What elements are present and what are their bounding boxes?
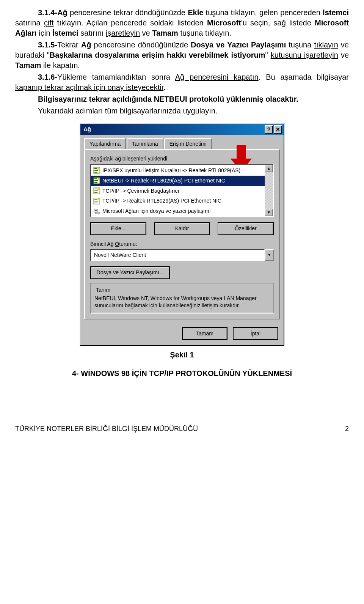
scrollbar[interactable]: ▲ ▼ — [265, 165, 273, 216]
chevron-down-icon: ▼ — [267, 252, 271, 258]
step-number: 3.1.5- — [38, 41, 57, 49]
text: tuşuna tıklayın, gelen pencereden — [203, 8, 323, 17]
text: Ağ — [81, 41, 91, 49]
text: tuşuna — [286, 41, 314, 49]
help-button[interactable]: ? — [265, 125, 273, 134]
fieldset-legend: Tanım — [94, 286, 112, 294]
paragraph-317: Bilgisayarınız tekrar açıldığında NETBEU… — [15, 94, 349, 104]
paragraph-314: 3.1.4-Ağ penceresine tekrar döndüğünüzde… — [15, 8, 349, 38]
text: satırına — [15, 19, 44, 27]
remove-button[interactable]: Kaldır — [154, 222, 210, 235]
dialog-footer: Tamam İptal — [80, 323, 284, 345]
text: tuşuna tıklayın. — [178, 29, 231, 37]
text: için — [37, 29, 52, 37]
text: D — [97, 269, 100, 276]
paragraph-315: 3.1.5-Tekrar Ağ penceresine döndüğünüzde… — [15, 40, 349, 71]
primary-logon-label: Birincil Ağ Oturumu: — [90, 241, 274, 248]
text: Ö — [235, 225, 239, 232]
text: r — [187, 225, 189, 232]
text: Bilgisayarınız tekrar açıldığında NETBEU… — [38, 95, 298, 103]
paragraph-318: Yukarıdaki adımları tüm bilgisayarlarını… — [15, 106, 349, 116]
text: . — [163, 83, 166, 91]
add-button[interactable]: Ekle... — [90, 222, 146, 235]
list-item-label: Microsoft Ağları için dosya ve yazıcı pa… — [102, 208, 211, 215]
text: İstemci — [52, 29, 78, 37]
text: Birincil Ağ — [90, 241, 115, 247]
description-text: NetBEUI, Windows NT, Windows for Workgro… — [94, 295, 270, 309]
cancel-button[interactable]: İptal — [233, 327, 278, 340]
text: zellikler — [239, 225, 257, 232]
components-listbox[interactable]: IPX/SPX uyumlu İletişim Kuralları -> Rea… — [90, 164, 274, 217]
text: penceresine tekrar döndüğünüzde — [67, 8, 188, 17]
ok-button[interactable]: Tamam — [182, 327, 228, 340]
svg-rect-6 — [97, 188, 99, 190]
list-item-label: TCP/IP -> Realtek RTL8029(AS) PCI Ethern… — [102, 197, 221, 204]
titlebar[interactable]: Ağ ? ✕ — [80, 124, 284, 135]
step-number: 3.1.6- — [38, 73, 57, 81]
svg-rect-10 — [96, 212, 99, 214]
svg-rect-2 — [97, 168, 99, 170]
help-icon: ? — [267, 126, 271, 133]
page-footer: TÜRKİYE NOTERLER BİRLİĞİ BİLGİ İŞLEM MÜD… — [15, 424, 349, 433]
text: . Bu aşamada bilgisayar — [259, 73, 349, 81]
text: O — [115, 241, 119, 247]
text: penceresine döndüğünüzde — [91, 41, 191, 49]
text: Tamam — [152, 29, 178, 37]
svg-rect-4 — [97, 178, 99, 180]
text: Dosya ve Yazıcı Paylaşımı — [191, 41, 286, 49]
list-item-label: NetBEUI -> Realtek RTL8029(AS) PCI Ether… — [102, 177, 225, 184]
tab-identification[interactable]: Tanımlama — [127, 138, 163, 149]
scroll-up-button[interactable]: ▲ — [265, 165, 273, 172]
text: turumu: — [119, 241, 137, 247]
svg-rect-8 — [97, 198, 99, 200]
close-icon: ✕ — [276, 126, 280, 133]
close-button[interactable]: ✕ — [274, 125, 282, 134]
titlebar-buttons: ? ✕ — [265, 125, 282, 134]
text: ve — [140, 29, 152, 37]
text: Tamam — [15, 61, 41, 69]
list-item[interactable]: Microsoft Ağları için dosya ve yazıcı pa… — [91, 206, 273, 216]
text: kle... — [115, 225, 126, 232]
list-item[interactable]: TCP/IP -> Realtek RTL8029(AS) PCI Ethern… — [91, 196, 273, 206]
description-fieldset: Tanım NetBEUI, Windows NT, Windows for W… — [90, 283, 274, 314]
list-item[interactable]: TCP/IP -> Çevirmeli Bağdaştırıcı — [91, 186, 273, 196]
text: Tekrar — [57, 41, 81, 49]
protocol-icon — [93, 167, 100, 174]
text: Ekle — [188, 8, 203, 17]
tab-configuration[interactable]: Yapılandırma — [84, 138, 126, 149]
text: " — [265, 51, 271, 59]
file-print-sharing-button[interactable]: Dosya ve Yazıcı Paylaşımı... — [90, 266, 170, 279]
text: çift — [44, 19, 54, 27]
figure-caption: Şekil 1 — [15, 350, 349, 360]
footer-org: TÜRKİYE NOTERLER BİRLİĞİ BİLGİ İŞLEM MÜD… — [15, 424, 198, 433]
text: satırını — [78, 29, 106, 37]
tab-access-control[interactable]: Erişim Denetimi — [164, 138, 212, 149]
text: İstemci — [323, 8, 349, 17]
list-item-selected[interactable]: NetBEUI -> Realtek RTL8029(AS) PCI Ether… — [91, 176, 273, 186]
text: Yükleme tamamlandıktan sonra — [57, 73, 175, 81]
text: tıklayın. Açılan pencerede soldaki liste… — [53, 19, 207, 27]
text: Ağ — [57, 8, 67, 17]
protocol-icon — [93, 198, 100, 204]
window-title: Ağ — [83, 126, 91, 133]
properties-button[interactable]: Özellikler — [218, 222, 274, 235]
document-body: 3.1.4-Ağ penceresine tekrar döndüğünüzde… — [15, 8, 349, 116]
chevron-up-icon: ▲ — [267, 166, 271, 171]
text: Ağ penceresini kapatın — [175, 73, 259, 81]
text: Kald — [175, 225, 186, 232]
list-item-label: IPX/SPX uyumlu İletişim Kuralları -> Rea… — [102, 167, 240, 174]
text: işaretleyin — [106, 29, 140, 37]
combobox-dropdown-button[interactable]: ▼ — [265, 249, 274, 261]
list-item[interactable]: IPX/SPX uyumlu İletişim Kuralları -> Rea… — [91, 165, 273, 176]
primary-logon-combobox[interactable]: Novell NetWare Client ▼ — [90, 249, 274, 261]
section-heading: 4- WİNDOWS 98 İÇİN TCP/IP PROTOKOLÜNÜN Y… — [15, 368, 349, 379]
protocol-icon — [93, 177, 100, 184]
footer-page-number: 2 — [345, 424, 349, 433]
svg-rect-11 — [95, 210, 97, 211]
scroll-down-button[interactable]: ▼ — [265, 209, 273, 216]
list-item-label: TCP/IP -> Çevirmeli Bağdaştırıcı — [102, 187, 179, 195]
service-icon — [93, 208, 100, 215]
step-number: 3.1.4- — [38, 8, 57, 17]
text: ağıdaki ağ bileşenleri yüklendi: — [96, 156, 169, 162]
text: A — [90, 156, 94, 162]
